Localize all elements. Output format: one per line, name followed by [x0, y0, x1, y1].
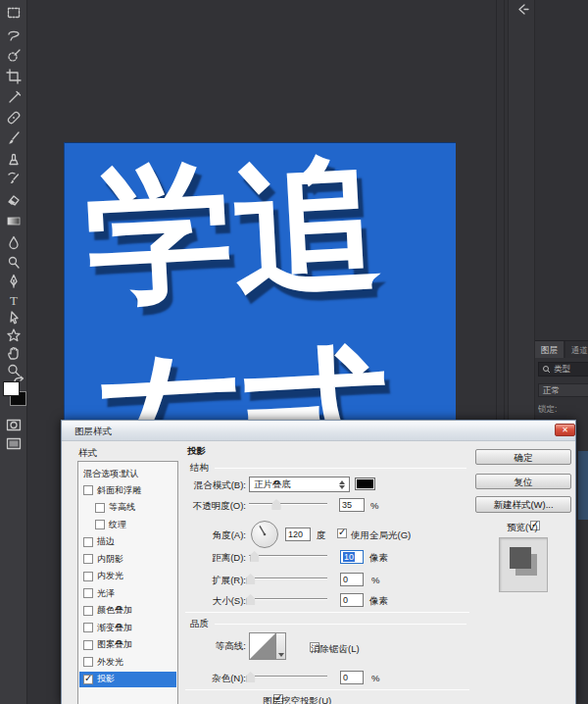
layers-lock-label: 锁定:: [538, 404, 588, 416]
hand-tool[interactable]: [5, 344, 23, 362]
noise-slider-thumb[interactable]: [246, 672, 255, 682]
spot-healing-brush-tool[interactable]: [5, 109, 23, 126]
path-selection-tool[interactable]: [5, 309, 23, 327]
noise-slider[interactable]: [249, 671, 327, 682]
eyedropper-tool[interactable]: [5, 89, 23, 107]
noise-value[interactable]: 0: [340, 671, 364, 684]
style-item-blending-options[interactable]: 混合选项:默认: [79, 466, 176, 481]
opacity-slider[interactable]: [249, 498, 327, 510]
quick-selection-tool[interactable]: [5, 47, 23, 65]
screen-mode-button[interactable]: [5, 434, 23, 452]
contour-thumbnail[interactable]: [249, 632, 276, 660]
blend-mode-label: 混合模式(B):: [185, 479, 246, 492]
style-item-pattern-overlay[interactable]: 图案叠加: [79, 637, 176, 653]
distance-value[interactable]: 10: [340, 550, 364, 564]
checkbox[interactable]: [83, 537, 93, 547]
dialog-title-bar[interactable]: 图层样式 ✕: [62, 421, 575, 441]
rectangular-marquee-tool[interactable]: [5, 4, 23, 22]
checkbox[interactable]: [83, 572, 93, 581]
dodge-tool[interactable]: [5, 254, 23, 272]
clone-stamp-tool[interactable]: [5, 150, 23, 168]
structure-divider: [215, 468, 466, 469]
layers-blend-mode-dropdown[interactable]: 正常: [538, 383, 588, 397]
distance-slider-thumb[interactable]: [250, 551, 259, 562]
checkbox[interactable]: [83, 606, 93, 616]
reset-button[interactable]: 复位: [475, 474, 571, 489]
shadow-color-swatch[interactable]: [355, 478, 375, 490]
spread-value[interactable]: 0: [340, 573, 364, 586]
style-item-texture[interactable]: 纹理: [79, 517, 176, 532]
gradient-tool[interactable]: [5, 212, 23, 229]
new-style-button[interactable]: 新建样式(W)...: [475, 496, 571, 513]
checkbox[interactable]: [95, 520, 105, 529]
angle-value[interactable]: 120: [285, 528, 311, 541]
checkbox[interactable]: [83, 623, 93, 632]
angle-dial[interactable]: [251, 521, 278, 548]
checkbox[interactable]: [83, 554, 93, 564]
layers-filter-box[interactable]: 类型: [538, 362, 588, 377]
quality-label: 品质: [190, 618, 209, 630]
style-item-outer-glow[interactable]: 外发光: [79, 654, 176, 670]
angle-label: 角度(A):: [185, 529, 246, 542]
eraser-tool[interactable]: [5, 191, 23, 209]
brush-tool[interactable]: [5, 129, 23, 147]
checkbox[interactable]: [95, 503, 105, 513]
opacity-slider-thumb[interactable]: [272, 499, 281, 510]
gradient-icon: [6, 213, 22, 228]
checkbox[interactable]: [83, 640, 93, 650]
distance-slider[interactable]: [249, 550, 327, 562]
history-brush-tool[interactable]: [5, 171, 23, 188]
brush-icon: [6, 130, 22, 146]
lasso-tool[interactable]: [5, 25, 23, 43]
bottom-divider: [185, 689, 469, 690]
foreground-color-swatch[interactable]: [3, 381, 20, 396]
size-value[interactable]: 0: [340, 593, 364, 607]
spread-slider-thumb[interactable]: [246, 574, 255, 584]
pen-tool[interactable]: [5, 273, 23, 290]
style-item-stroke[interactable]: 描边: [79, 534, 176, 550]
checkbox[interactable]: [83, 485, 93, 495]
blend-mode-dropdown[interactable]: 正片叠底: [249, 477, 350, 492]
spread-unit: %: [371, 575, 379, 585]
checkbox[interactable]: [83, 675, 93, 684]
noise-label: 杂色(N):: [185, 673, 246, 685]
style-item-inner-glow[interactable]: 内发光: [79, 569, 176, 584]
contour-dropdown-arrow[interactable]: [276, 632, 286, 660]
type-icon: T: [6, 292, 22, 308]
type-tool[interactable]: T: [5, 291, 23, 309]
crop-tool[interactable]: [5, 68, 23, 85]
history-brush-icon: [6, 172, 22, 187]
spread-slider[interactable]: [249, 573, 327, 584]
document-text: 学追 左式: [64, 142, 456, 436]
preview-label: 预览(V): [507, 522, 538, 534]
dropdown-spinner-icon: [339, 480, 345, 489]
tools-panel: T: [0, 0, 27, 704]
style-item-color-overlay[interactable]: 颜色叠加: [79, 603, 176, 619]
global-light-checkbox[interactable]: [337, 528, 347, 538]
style-item-drop-shadow[interactable]: 投影: [79, 672, 176, 687]
style-item-gradient-overlay[interactable]: 渐变叠加: [79, 620, 176, 635]
style-item-contour[interactable]: 等高线: [79, 500, 176, 516]
opacity-unit: %: [370, 500, 378, 511]
close-button[interactable]: ✕: [555, 424, 575, 436]
pen-icon: [6, 274, 22, 289]
size-slider[interactable]: [249, 593, 327, 605]
search-icon: [542, 365, 551, 374]
opacity-value[interactable]: 35: [339, 498, 365, 512]
checkbox[interactable]: [83, 657, 93, 667]
size-slider-thumb[interactable]: [246, 594, 255, 605]
checkbox[interactable]: [83, 588, 93, 598]
collapse-panels-icon[interactable]: [514, 3, 530, 16]
tab-layers[interactable]: 图层: [535, 341, 564, 358]
style-preview-panel: [499, 537, 548, 592]
clone-stamp-icon: [6, 151, 22, 167]
quick-mask-button[interactable]: [5, 416, 23, 433]
tab-channels[interactable]: 通道: [565, 341, 588, 358]
blur-tool[interactable]: [5, 233, 23, 251]
style-item-satin[interactable]: 光泽: [79, 585, 176, 601]
document-image[interactable]: 学追 左式: [64, 142, 456, 436]
style-item-inner-shadow[interactable]: 内阴影: [79, 551, 176, 567]
style-item-bevel-emboss[interactable]: 斜面和浮雕: [79, 482, 176, 498]
custom-shape-tool[interactable]: [5, 327, 23, 344]
ok-button[interactable]: 确定: [475, 449, 571, 465]
